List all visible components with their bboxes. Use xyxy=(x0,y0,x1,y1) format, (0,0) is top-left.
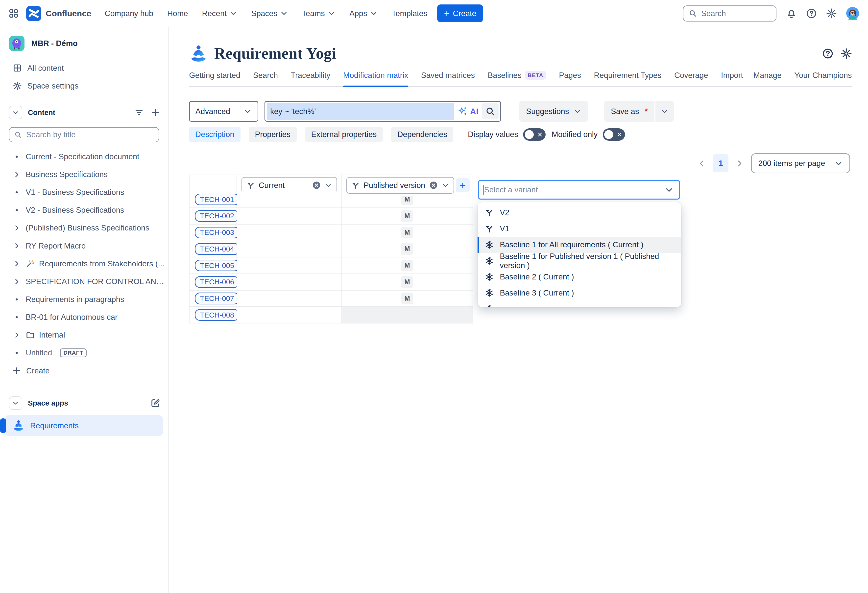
tree-item[interactable]: •UntitledDRAFT xyxy=(0,344,168,362)
space-header[interactable]: MBR - Démo xyxy=(0,35,168,52)
sidebar-search-box[interactable] xyxy=(9,127,159,142)
nav-recent[interactable]: Recent xyxy=(202,9,237,18)
variant-option-baseline-1-published[interactable]: Baseline 1 for Published version 1 ( Pub… xyxy=(478,253,681,269)
global-search-box[interactable] xyxy=(683,6,777,22)
query-mode-select[interactable]: Advanced xyxy=(189,101,258,121)
chevron-down-icon[interactable] xyxy=(442,182,449,189)
remove-column-icon[interactable] xyxy=(312,181,321,190)
chevron-right-icon xyxy=(13,278,21,285)
add-content-icon[interactable] xyxy=(151,108,160,117)
requirement-key-link[interactable]: TECH-004 xyxy=(195,243,239,255)
tree-item[interactable]: •Requirements in paragraphs xyxy=(0,290,168,308)
run-search-button[interactable] xyxy=(482,103,499,119)
collapse-content-button[interactable] xyxy=(9,106,22,119)
variant-option-baseline-1-all[interactable]: Baseline 1 for All requirements ( Curren… xyxy=(478,237,681,253)
tree-item[interactable]: Requirements from Stakeholders (... xyxy=(0,255,168,272)
nav-teams[interactable]: Teams xyxy=(302,9,335,18)
requirement-key-link[interactable]: TECH-002 xyxy=(195,210,239,222)
tree-item[interactable]: •Current - Specification document xyxy=(0,148,168,165)
tab-traceability[interactable]: Traceability xyxy=(291,71,330,86)
global-search-input[interactable] xyxy=(701,9,771,18)
sidebar-item-requirements[interactable]: Requirements xyxy=(4,415,163,436)
tab-modification-matrix[interactable]: Modification matrix xyxy=(343,71,408,86)
tree-item[interactable]: SPECIFICATION FOR CONTROL AND... xyxy=(0,272,168,290)
sidebar-item-all-content[interactable]: All content xyxy=(0,59,168,77)
nav-templates[interactable]: Templates xyxy=(392,9,427,18)
tree-item[interactable]: Internal xyxy=(0,326,168,344)
nav-home[interactable]: Home xyxy=(167,9,188,18)
requirement-key-link[interactable]: TECH-008 xyxy=(195,309,239,321)
nav-company-hub[interactable]: Company hub xyxy=(105,9,153,18)
previous-page-icon[interactable] xyxy=(697,159,706,168)
tab-baselines[interactable]: BaselinesBETA xyxy=(488,71,546,86)
chip-properties[interactable]: Properties xyxy=(249,127,297,142)
requirement-key-link[interactable]: TECH-007 xyxy=(195,293,239,304)
toggle-knob xyxy=(525,130,534,139)
variant-select-input[interactable]: Select a variant xyxy=(478,180,680,200)
requirement-key-link[interactable]: TECH-005 xyxy=(195,260,239,271)
save-as-menu-button[interactable] xyxy=(655,101,674,121)
notifications-bell-icon[interactable] xyxy=(786,8,797,19)
tab-getting-started[interactable]: Getting started xyxy=(189,71,240,86)
tree-item[interactable]: •V2 - Business Specifications xyxy=(0,201,168,219)
published-version-column-chip[interactable]: Published version xyxy=(346,177,454,194)
variant-option-baseline-2[interactable]: Baseline 2 ( Current ) xyxy=(478,269,681,285)
add-column-button[interactable]: + xyxy=(456,178,469,192)
tab-manage[interactable]: Manage xyxy=(753,71,782,86)
sidebar-create-button[interactable]: Create xyxy=(0,362,168,380)
edit-pencil-icon[interactable] xyxy=(151,399,160,408)
chevron-right-icon xyxy=(13,242,21,250)
tree-item[interactable]: •BR-01 for Autonomous car xyxy=(0,308,168,326)
query-input[interactable]: key ~ 'tech%' AI xyxy=(264,101,501,121)
requirement-key-link[interactable]: TECH-001 xyxy=(195,194,239,205)
tab-requirement-types[interactable]: Requirement Types xyxy=(594,71,661,86)
help-icon[interactable] xyxy=(822,48,833,59)
chip-description[interactable]: Description xyxy=(189,127,240,142)
settings-gear-icon[interactable] xyxy=(841,48,852,59)
tab-saved-matrices[interactable]: Saved matrices xyxy=(421,71,475,86)
variant-option-v2[interactable]: V2 xyxy=(478,205,681,221)
current-column-chip[interactable]: Current xyxy=(242,177,337,194)
nav-apps[interactable]: Apps xyxy=(349,9,378,18)
tab-search[interactable]: Search xyxy=(253,71,278,86)
tab-coverage[interactable]: Coverage xyxy=(674,71,708,86)
confluence-brand[interactable]: Confluence xyxy=(26,6,91,21)
tab-your-champions[interactable]: Your Champions xyxy=(794,71,852,86)
tree-item[interactable]: (Published) Business Specifications xyxy=(0,219,168,237)
variant-option-v1[interactable]: V1 xyxy=(478,221,681,237)
variant-option-baseline-3[interactable]: Baseline 3 ( Current ) xyxy=(478,285,681,301)
tab-pages[interactable]: Pages xyxy=(559,71,581,86)
tree-item[interactable]: RY Report Macro xyxy=(0,237,168,255)
chip-external-properties[interactable]: External properties xyxy=(305,127,383,142)
tree-item[interactable]: Business Specifications xyxy=(0,166,168,184)
page-number[interactable]: 1 xyxy=(713,154,728,172)
user-avatar[interactable] xyxy=(846,7,859,20)
items-per-page-select[interactable]: 200 items per page xyxy=(751,153,850,174)
display-values-toggle[interactable] xyxy=(523,128,545,141)
next-page-icon[interactable] xyxy=(735,159,744,168)
bullet-icon: • xyxy=(12,152,21,161)
help-icon[interactable] xyxy=(806,8,817,19)
variant-option-clipped[interactable] xyxy=(478,301,681,307)
filter-icon[interactable] xyxy=(134,108,143,117)
settings-gear-icon[interactable] xyxy=(826,8,837,19)
tree-item[interactable]: •V1 - Business Specifications xyxy=(0,184,168,201)
collapse-space-apps-button[interactable] xyxy=(9,396,22,410)
chip-dependencies[interactable]: Dependencies xyxy=(391,127,453,142)
create-button[interactable]: +Create xyxy=(437,4,483,22)
suggestions-button[interactable]: Suggestions xyxy=(520,101,588,121)
chevron-down-icon xyxy=(328,9,335,17)
chevron-down-icon[interactable] xyxy=(325,182,332,189)
modified-only-toggle[interactable] xyxy=(603,128,625,141)
sidebar-search-input[interactable] xyxy=(26,130,154,139)
save-as-button[interactable]: Save as* xyxy=(604,101,655,121)
remove-column-icon[interactable] xyxy=(429,181,438,190)
requirement-key-link[interactable]: TECH-006 xyxy=(195,276,239,288)
variant-select-placeholder: Select a variant xyxy=(484,185,664,194)
nav-spaces[interactable]: Spaces xyxy=(251,9,288,18)
baseline-snowflake-icon xyxy=(485,305,494,307)
tab-import[interactable]: Import xyxy=(721,71,743,86)
app-switcher-icon[interactable] xyxy=(9,9,18,18)
requirement-key-link[interactable]: TECH-003 xyxy=(195,227,239,238)
sidebar-item-space-settings[interactable]: Space settings xyxy=(0,77,168,95)
